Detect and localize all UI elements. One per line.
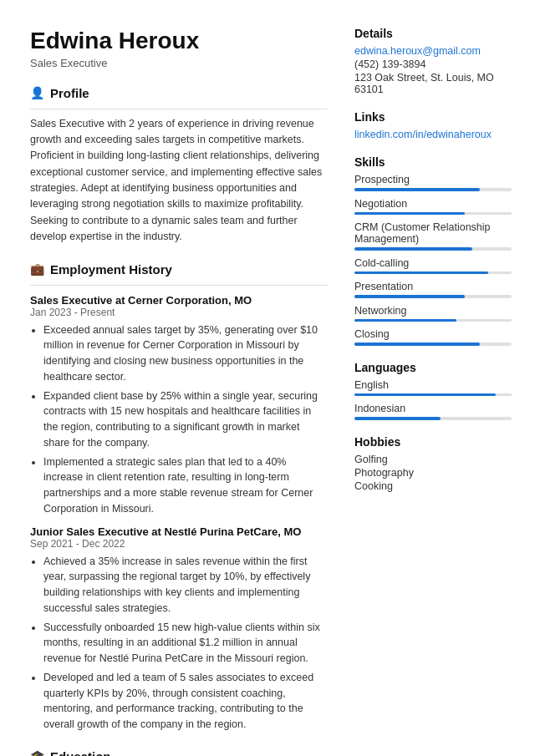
links-section-title: Links: [354, 110, 512, 124]
employment-section-title: 💼 Employment History: [30, 262, 328, 277]
skill-bar-fill-3: [354, 271, 488, 275]
skill-bar-bg-6: [354, 342, 512, 346]
education-icon: 🎓: [30, 749, 44, 756]
skill-bar-bg-5: [354, 319, 512, 322]
job-bullet-1-0: Achieved a 35% increase in sales revenue…: [43, 554, 328, 616]
lang-name-0: English: [354, 379, 512, 391]
skill-bar-bg-1: [354, 212, 512, 216]
skills-section-title: Skills: [354, 155, 512, 169]
skill-item-6: Closing: [354, 328, 512, 346]
hobbies-section-title: Hobbies: [354, 435, 512, 449]
skill-bar-bg-0: [354, 188, 512, 191]
skill-bar-fill-1: [354, 212, 465, 216]
lang-bar-fill-1: [354, 417, 441, 420]
details-email-link[interactable]: edwina.heroux@gmail.com: [354, 45, 512, 57]
skill-item-1: Negotiation: [354, 198, 512, 216]
skill-name-6: Closing: [354, 328, 512, 340]
skill-name-2: CRM (Customer Relationship Management): [354, 221, 512, 245]
candidate-name: Edwina Heroux: [30, 27, 328, 55]
skill-bar-bg-4: [354, 295, 512, 298]
lang-bar-bg-1: [354, 417, 512, 420]
hobby-item-0: Golfing: [354, 454, 512, 465]
job-bullet-1-2: Developed and led a team of 5 sales asso…: [43, 670, 328, 733]
skill-name-1: Negotiation: [354, 198, 512, 210]
skill-name-5: Networking: [354, 305, 512, 317]
lang-name-1: Indonesian: [354, 403, 512, 414]
lang-item-1: Indonesian: [354, 403, 512, 420]
lang-bar-fill-0: [354, 393, 496, 397]
lang-bar-bg-0: [354, 393, 512, 397]
skill-name-0: Prospecting: [354, 174, 512, 185]
skill-item-0: Prospecting: [354, 174, 512, 191]
linkedin-link[interactable]: linkedin.com/in/edwinaheroux: [354, 129, 492, 140]
hobby-item-2: Cooking: [354, 480, 512, 492]
profile-section-title: 👤 Profile: [30, 86, 328, 100]
links-linkedin[interactable]: linkedin.com/in/edwinaheroux: [354, 129, 512, 140]
skill-bar-bg-3: [354, 271, 512, 275]
skill-item-3: Cold-calling: [354, 257, 512, 275]
details-phone: (452) 139-3894: [354, 58, 512, 70]
job-title-1: Junior Sales Executive at Nestlé Purina …: [30, 525, 328, 538]
lang-item-0: English: [354, 379, 512, 397]
employment-icon: 💼: [30, 262, 44, 276]
skill-bar-fill-5: [354, 319, 456, 322]
candidate-subtitle: Sales Executive: [30, 57, 328, 69]
skill-bar-bg-2: [354, 247, 512, 251]
skill-name-4: Presentation: [354, 281, 512, 292]
job-date-1: Sep 2021 - Dec 2022: [30, 538, 328, 550]
profile-icon: 👤: [30, 86, 44, 99]
skill-bar-fill-4: [354, 295, 465, 298]
hobby-item-1: Photography: [354, 467, 512, 479]
job-bullet-1-1: Successfully onboarded 15 new high-value…: [43, 620, 328, 667]
job-date-0: Jan 2023 - Present: [30, 307, 328, 318]
skill-item-2: CRM (Customer Relationship Management): [354, 221, 512, 251]
job-title-0: Sales Executive at Cerner Corporation, M…: [30, 294, 328, 307]
skill-item-5: Networking: [354, 305, 512, 322]
email-link[interactable]: edwina.heroux@gmail.com: [354, 45, 481, 57]
skill-item-4: Presentation: [354, 281, 512, 298]
skill-bar-fill-2: [354, 247, 472, 251]
skill-bar-fill-0: [354, 188, 480, 191]
profile-text: Sales Executive with 2 years of experien…: [30, 116, 328, 246]
job-bullet-0-1: Expanded client base by 25% within a sin…: [43, 388, 328, 451]
job-bullet-0-0: Exceeded annual sales target by 35%, gen…: [43, 322, 328, 385]
languages-section-title: Languages: [354, 361, 512, 374]
skill-bar-fill-6: [354, 342, 480, 346]
details-section-title: Details: [354, 27, 512, 40]
job-bullet-0-2: Implemented a strategic sales plan that …: [43, 454, 328, 517]
skill-name-3: Cold-calling: [354, 257, 512, 269]
education-section-title: 🎓 Education: [30, 749, 328, 756]
details-address: 123 Oak Street, St. Louis, MO 63101: [354, 72, 512, 95]
